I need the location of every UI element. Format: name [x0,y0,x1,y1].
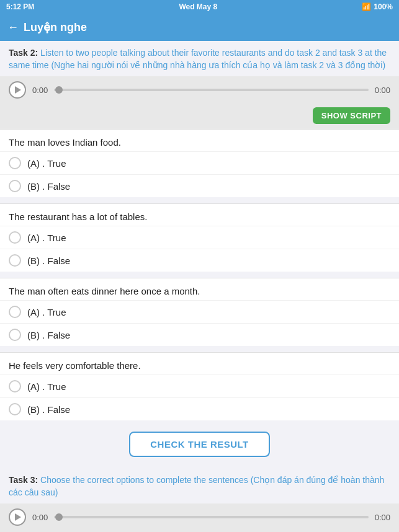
task2-progress-thumb[interactable] [55,86,63,94]
task2-q2-label-a: (A) . True [27,233,66,243]
task2-q3-option-a[interactable]: (A) . True [0,300,399,323]
task2-q4-option-a[interactable]: (A) . True [0,375,399,397]
task2-q2-text: The restaurant has a lot of tables. [0,204,399,226]
check-result-row: CHECK THE RESULT [0,420,399,468]
task3-play-button[interactable] [9,508,26,526]
task2-q3-option-b[interactable]: (B) . False [0,323,399,346]
task3-play-icon [15,513,21,521]
task2-question-1: The man loves Indian food. (A) . True (B… [0,129,399,197]
status-time: 5:12 PM [6,2,34,11]
task2-q4-option-b[interactable]: (B) . False [0,397,399,420]
task2-play-button[interactable] [9,81,26,99]
back-button[interactable]: ← [7,21,19,34]
task3-description: Choose the correct options to complete t… [9,475,384,497]
task2-q3-radio-b[interactable] [9,329,21,341]
task2-question-4: He feels very comfortable there. (A) . T… [0,352,399,420]
battery-label: 100% [374,2,393,11]
task2-q2-radio-b[interactable] [9,254,21,267]
task2-q1-radio-b[interactable] [9,180,21,192]
task2-progress-track[interactable] [54,89,368,91]
task2-q4-text: He feels very comfortable there. [0,353,399,375]
task2-q2-option-a[interactable]: (A) . True [0,226,399,249]
task2-q2-option-b[interactable]: (B) . False [0,249,399,272]
task2-q4-radio-a[interactable] [9,380,21,392]
status-day: Wed May 8 [179,2,217,11]
task2-q3-label-b: (B) . False [27,330,70,340]
task2-q4-radio-b[interactable] [9,403,21,415]
sep2 [0,272,399,278]
task2-q4-label-b: (B) . False [27,404,70,415]
nav-bar: ← Luyện nghe [0,14,399,41]
task2-audio-player: 0:00 0:00 [0,76,399,104]
check-result-button[interactable]: CHECK THE RESULT [129,432,270,457]
task3-progress-track[interactable] [54,516,368,518]
task2-q2-radio-a[interactable] [9,231,21,244]
task2-q1-label-a: (A) . True [27,158,66,169]
task2-question-3: The man often eats dinner here once a mo… [0,278,399,346]
task2-q1-option-a[interactable]: (A) . True [0,151,399,174]
task2-show-script-row: SHOW SCRIPT [0,104,399,129]
task2-q4-label-a: (A) . True [27,381,66,392]
task2-time-end: 0:00 [375,86,390,95]
task2-q3-label-a: (A) . True [27,307,66,317]
task2-label: Task 2: [9,48,38,58]
task2-q3-radio-a[interactable] [9,306,21,318]
sep3 [0,346,399,352]
page-title: Luyện nghe [24,20,87,34]
main-content: Task 2: Listen to two people talking abo… [0,41,399,532]
task2-description: Listen to two people talking about their… [9,48,387,70]
task2-q3-text: The man often eats dinner here once a mo… [0,278,399,300]
task2-show-script-button[interactable]: SHOW SCRIPT [313,107,390,124]
task2-time-start: 0:00 [32,86,48,95]
task2-header: Task 2: Listen to two people talking abo… [0,41,399,76]
status-bar: 5:12 PM Wed May 8 📶 100% [0,0,399,14]
sep1 [0,197,399,203]
task2-q1-label-b: (B) . False [27,181,70,192]
task2-q2-label-b: (B) . False [27,255,70,266]
task2-question-2: The restaurant has a lot of tables. (A) … [0,203,399,272]
task2-q1-text: The man loves Indian food. [0,130,399,151]
task3-label: Task 3: [9,475,38,485]
task2-play-icon [15,86,21,94]
status-right: 📶 100% [362,2,393,11]
task2-q1-option-b[interactable]: (B) . False [0,174,399,197]
task3-time-start: 0:00 [32,513,48,522]
task3-audio-player: 0:00 0:00 [0,503,399,531]
task3-time-end: 0:00 [375,513,390,522]
task2-q1-radio-a[interactable] [9,157,21,169]
task3-progress-thumb[interactable] [55,513,63,521]
task3-header: Task 3: Choose the correct options to co… [0,468,399,503]
wifi-icon: 📶 [362,2,371,11]
